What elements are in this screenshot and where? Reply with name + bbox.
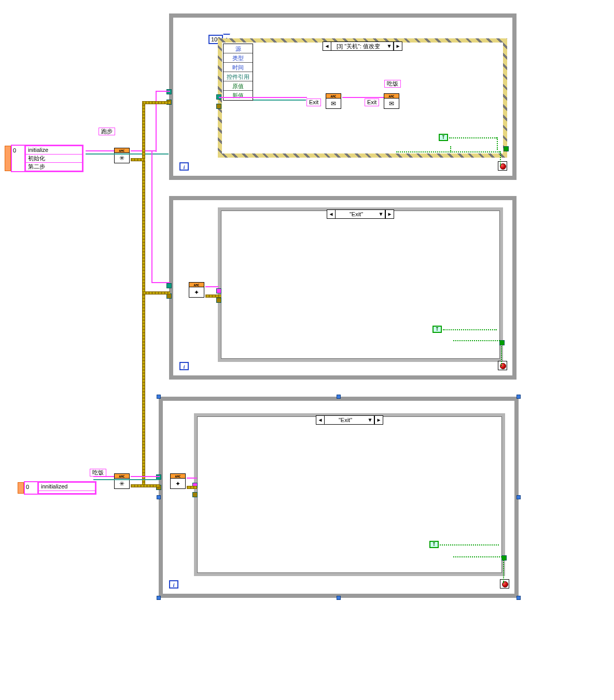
array-constant-top[interactable]: 0 initialize 初始化 第二步 [11,145,83,172]
event-data-node[interactable]: 源 类型 时间 控件引用 原值 新值 [223,44,253,101]
wire-ref [93,479,159,480]
loop-stop-terminal[interactable] [498,161,507,171]
wire-queue [151,150,152,283]
wire-bool [453,340,502,341]
wire-error [131,484,160,487]
wire-queue [205,286,219,287]
wire-error [205,295,221,298]
wire-bool [501,340,502,366]
wire-queue [156,91,170,92]
wire-bool [503,556,504,583]
array-item[interactable]: initialize [25,146,82,155]
label-chifan: 吃饭 [384,80,401,88]
true-constant[interactable]: T [432,326,442,333]
string-const-exit[interactable]: Exit [306,99,321,106]
wire-queue [219,97,307,98]
while-loop-2[interactable]: ◀ "Exit" ▼ ▶ T AMC ✦ i [169,196,517,380]
wire-ref [253,100,306,101]
loop-stop-terminal[interactable] [500,579,509,589]
wire-bool [440,544,499,545]
send-icon: ✉ [326,99,341,108]
wire-bool [453,556,504,557]
amc-node-create-top[interactable]: AMC ✳ [114,148,130,163]
selection-handle [157,395,161,399]
tunnel [216,298,221,303]
array-index-spinner-icon[interactable] [5,146,11,171]
amc-node-read-2[interactable]: AMC ✦ [189,282,204,298]
wire-bool [450,146,451,152]
case-structure-3[interactable]: ◀ "Exit" ▼ ▶ T [194,413,505,576]
wire-bool [396,151,500,152]
case-selector-3[interactable]: ◀ "Exit" ▼ ▶ [316,415,383,425]
selection-handle [157,596,161,600]
chevron-right-icon[interactable]: ▶ [374,416,383,424]
array-item[interactable] [38,491,95,494]
tunnel [216,104,221,109]
selection-handle [517,596,521,600]
amc-node-send-2[interactable]: AMC ✉ [384,93,399,109]
read-icon: ✦ [171,479,185,488]
amc-node-send-1[interactable]: AMC ✉ [326,93,341,109]
dropdown-icon[interactable]: ▼ [377,210,385,218]
event-structure[interactable]: ◀ [3] "关机": 值改变 ▼ ▶ 源 类型 时间 控件引用 原值 新值 E… [218,38,507,158]
event-case-selector[interactable]: ◀ [3] "关机": 值改变 ▼ ▶ [323,41,402,51]
wire-bool [497,137,498,150]
wire-queue [187,478,197,479]
while-loop-3[interactable]: ◀ "Exit" ▼ ▶ T AMC ✦ i [159,397,519,598]
wire-error [131,158,145,161]
tunnel [166,283,172,288]
array-index-spinner-icon[interactable] [18,482,24,494]
amc-node-read-3[interactable]: AMC ✦ [170,473,186,489]
dropdown-icon[interactable]: ▼ [366,416,374,424]
wire-queue [156,91,157,152]
label-chifan2: 吃饭 [90,469,106,477]
case-selector-2[interactable]: ◀ "Exit" ▼ ▶ [327,209,394,219]
send-icon: ✉ [384,99,399,108]
chevron-left-icon[interactable]: ◀ [327,210,336,218]
selection-handle [157,495,161,499]
wire-queue [151,282,170,283]
selection-handle [517,495,521,499]
loop-stop-terminal[interactable] [498,361,507,370]
array-index-bottom[interactable]: 0 [25,482,38,494]
case-structure-2[interactable]: ◀ "Exit" ▼ ▶ T [218,207,503,362]
tunnel [192,492,198,497]
wire-error [187,486,197,489]
selection-handle [337,395,341,399]
wire-queue [86,150,114,151]
loop-iteration-terminal: i [179,362,189,370]
chevron-right-icon[interactable]: ▶ [394,42,402,50]
array-item[interactable]: 初始化 [25,155,82,163]
read-icon: ✦ [189,287,204,297]
wire-bool [500,151,501,166]
tunnel [504,146,509,151]
string-const-exit2[interactable]: Exit [365,99,379,106]
array-constant-bottom[interactable]: 0 innitialized [24,481,96,495]
wire-error [142,101,170,104]
tunnel [166,89,172,94]
wire-bool [449,137,497,138]
amc-node-create-bottom[interactable]: AMC ✳ [114,473,130,489]
selection-handle [337,596,341,600]
case-label: "Exit" [336,210,377,218]
wire-queue [342,97,384,98]
true-constant[interactable]: T [439,134,448,141]
wire-ref [86,153,169,155]
array-index-top[interactable]: 0 [12,146,25,171]
label-paobu: 跑步 [99,128,115,135]
tunnel [216,288,221,293]
event-case-label: [3] "关机": 值改变 [331,42,385,50]
true-constant[interactable]: T [429,541,439,548]
chevron-left-icon[interactable]: ◀ [316,416,325,424]
wire-queue [93,476,114,477]
wire-error [142,291,170,295]
loop-iteration-terminal: i [179,162,189,171]
loop-iteration-terminal: i [169,580,178,589]
array-item[interactable]: innitialized [38,482,95,491]
while-loop-1[interactable]: 100 ◀ [3] "关机": 值改变 ▼ ▶ 源 类型 时间 控件引用 原值 … [169,13,517,180]
chevron-right-icon[interactable]: ▶ [385,210,394,218]
chevron-left-icon[interactable]: ◀ [323,42,331,50]
dropdown-icon[interactable]: ▼ [385,42,394,50]
array-item[interactable]: 第二步 [25,163,82,171]
wire-bool [443,329,497,330]
